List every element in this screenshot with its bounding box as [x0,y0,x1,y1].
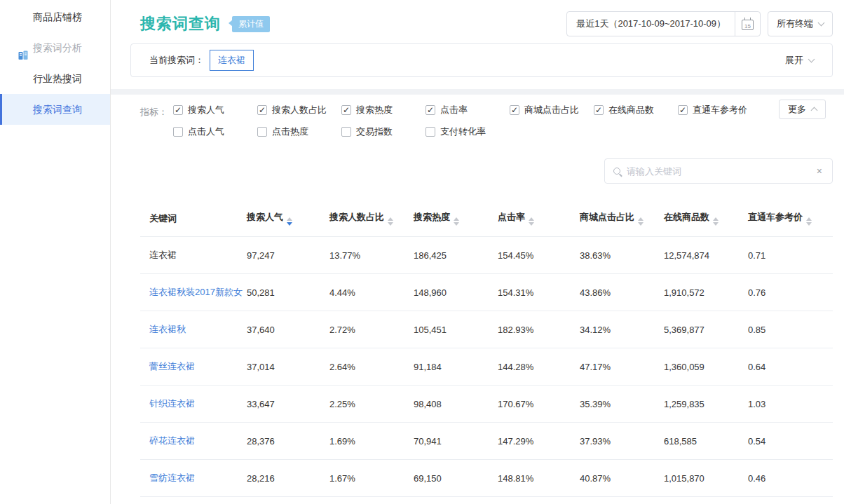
indicator-checkbox-item[interactable]: 商城点击占比 [510,104,594,116]
sidebar-item-label: 行业热搜词 [33,73,82,84]
column-header-1[interactable]: 搜索人气 [247,200,329,237]
checkbox-checked-icon[interactable] [594,105,604,115]
checkbox-checked-icon[interactable] [426,105,435,115]
value-cell: 28,216 [247,460,329,497]
value-cell: 2.64% [329,348,414,386]
value-cell: 50,281 [247,274,329,311]
value-cell: 12,574,874 [664,237,748,274]
sidebar-item-0[interactable]: 商品店铺榜 [0,1,110,32]
checkbox-unchecked-icon[interactable] [173,127,183,137]
keyword-link[interactable]: 碎花连衣裙 [149,435,195,446]
indicator-label: 搜索人气 [188,104,224,116]
current-term-tag[interactable]: 连衣裙 [210,50,254,71]
indicator-checkbox-item[interactable]: 在线商品数 [594,104,678,116]
checkbox-checked-icon[interactable] [510,105,519,115]
checkbox-checked-icon[interactable] [173,105,183,115]
checkbox-unchecked-icon[interactable] [341,127,351,137]
keyword-search-input[interactable] [627,166,815,177]
table-row: 连衣裙秋37,6402.72%105,451182.93%34.12%5,369… [140,311,833,348]
sidebar-item-3[interactable]: 搜索词查询 [0,94,110,125]
terminal-filter-label: 所有终端 [777,18,813,30]
sidebar-item-1[interactable]: 搜索词分析 [0,32,110,63]
keyword-cell: 连衣裙 [140,237,247,274]
sort-icon[interactable] [454,217,459,226]
table-row: 雪纺连衣裙28,2161.67%69,150148.81%40.87%1,015… [140,460,833,497]
indicator-label: 点击率 [440,104,468,116]
column-header-6[interactable]: 在线商品数 [664,200,748,237]
indicator-checkbox-item[interactable]: 支付转化率 [426,125,510,138]
more-button[interactable]: 更多 [779,100,826,119]
sidebar: 商品店铺榜搜索词分析行业热搜词搜索词查询 [0,0,111,504]
indicators-section: 指标： 搜索人气搜索人数占比搜索热度点击率商城点击占比在线商品数直通车参考价点击… [111,95,844,138]
search-icon [613,168,620,175]
checkbox-checked-icon[interactable] [257,105,267,115]
sort-icon[interactable] [388,217,393,226]
value-cell: 97,247 [247,237,329,274]
date-range-label[interactable]: 最近1天（2017-10-09~2017-10-09） [567,12,735,36]
indicator-label: 搜索人数占比 [272,104,327,116]
sort-icon[interactable] [806,217,812,226]
checkbox-unchecked-icon[interactable] [257,127,267,137]
keyword-link[interactable]: 蕾丝连衣裙 [149,361,195,372]
indicator-checkbox-item[interactable]: 点击人气 [173,125,257,138]
sidebar-item-2[interactable]: 行业热搜词 [0,63,110,94]
checkbox-checked-icon[interactable] [678,105,688,115]
indicator-checkbox-item[interactable]: 搜索热度 [341,104,426,116]
indicator-label: 直通车参考价 [693,104,747,116]
value-cell: 98,408 [414,386,498,423]
sort-icon[interactable] [638,217,644,226]
value-cell: 0.64 [748,348,833,386]
value-cell: 144.28% [498,348,580,386]
keyword-search-row: × [111,138,844,184]
indicator-label: 在线商品数 [608,104,654,116]
sort-icon[interactable] [713,217,719,226]
indicator-label: 点击热度 [272,125,308,138]
keyword-link[interactable]: 针织连衣裙 [149,398,195,409]
column-header-3[interactable]: 搜索热度 [414,200,498,237]
indicator-checkbox-item[interactable]: 点击热度 [257,125,341,138]
value-cell: 1,259,835 [664,386,748,423]
column-header-7[interactable]: 直通车参考价 [748,200,833,237]
keyword-text: 连衣裙 [149,250,177,260]
value-cell: 1.69% [329,423,414,460]
indicator-checkbox-item[interactable]: 交易指数 [341,125,426,138]
expand-toggle[interactable]: 展开 [785,54,814,67]
indicator-checkbox-item[interactable]: 直通车参考价 [678,104,762,116]
indicator-checkbox-item[interactable]: 搜索人气 [173,104,257,116]
column-header-label: 商城点击占比 [580,212,634,222]
sort-icon[interactable] [529,217,534,226]
checkbox-checked-icon[interactable] [341,105,351,115]
more-button-label: 更多 [788,103,806,116]
table-header-row: 关键词搜索人气搜索人数占比搜索热度点击率商城点击占比在线商品数直通车参考价 [140,200,833,237]
value-cell: 0.85 [748,311,833,348]
clear-icon[interactable]: × [815,165,824,177]
column-header-5[interactable]: 商城点击占比 [580,200,664,237]
checkbox-unchecked-icon[interactable] [426,127,435,137]
value-cell: 13.77% [329,237,414,274]
value-cell: 1.03 [748,386,833,423]
date-range-picker[interactable]: 最近1天（2017-10-09~2017-10-09） 15 [566,11,761,36]
value-cell: 2.72% [329,311,414,348]
keyword-link[interactable]: 连衣裙秋装2017新款女 [149,287,243,297]
indicator-label: 商城点击占比 [524,104,579,116]
keyword-link[interactable]: 连衣裙秋 [149,324,186,334]
terminal-filter-select[interactable]: 所有终端 [768,11,833,36]
keyword-search-box[interactable]: × [604,158,833,184]
indicator-checkbox-item[interactable]: 搜索人数占比 [257,104,341,116]
value-cell: 170.67% [498,386,580,423]
value-cell: 1,015,870 [664,460,748,497]
indicator-label: 点击人气 [188,125,224,138]
indicator-checkbox-item[interactable]: 点击率 [426,104,510,116]
cumulative-value-badge: 累计值 [232,16,270,32]
column-header-2[interactable]: 搜索人数占比 [329,200,414,237]
column-header-label: 在线商品数 [664,212,709,222]
calendar-button[interactable]: 15 [735,12,760,36]
value-cell: 0.76 [748,274,833,311]
value-cell: 5,369,877 [664,311,748,348]
value-cell: 154.45% [498,237,580,274]
keywords-table: 关键词搜索人气搜索人数占比搜索热度点击率商城点击占比在线商品数直通车参考价 连衣… [140,200,833,497]
keyword-link[interactable]: 雪纺连衣裙 [149,472,195,483]
keyword-cell: 连衣裙秋装2017新款女 [140,274,247,311]
sort-icon[interactable] [287,217,292,226]
column-header-4[interactable]: 点击率 [498,200,580,237]
